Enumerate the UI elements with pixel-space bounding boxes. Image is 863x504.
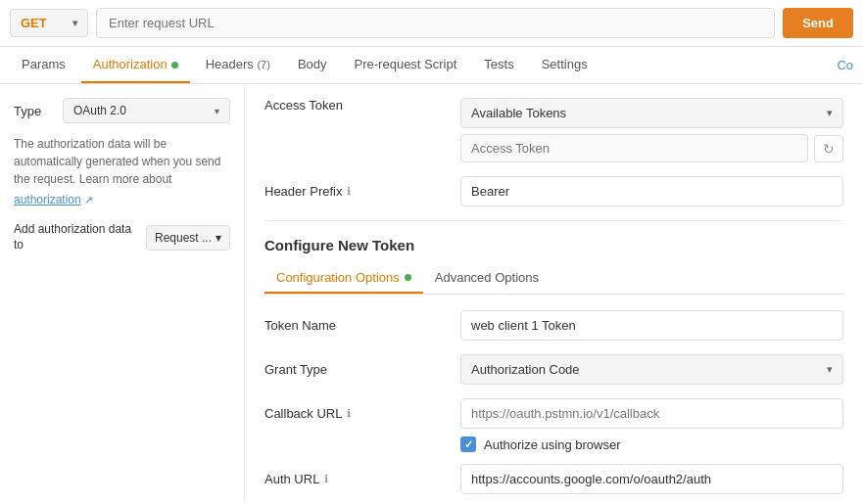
tab-more[interactable]: Co (837, 58, 853, 72)
method-dropdown[interactable]: GET ▾ (10, 9, 88, 37)
header-prefix-row: Header Prefix ℹ (264, 176, 843, 206)
sidebar: Type OAuth 2.0 ▾ The authorization data … (0, 84, 245, 502)
configure-title: Configure New Token (264, 237, 843, 253)
right-panel: Access Token Available Tokens ▾ ↻ Header… (245, 84, 863, 502)
header-prefix-label: Header Prefix ℹ (264, 184, 460, 199)
auth-url-label: Auth URL ℹ (264, 472, 460, 486)
oauth-chevron: ▾ (215, 106, 219, 116)
callback-url-control (460, 398, 843, 429)
grant-type-dropdown[interactable]: Authorization Code ▾ (460, 354, 843, 385)
token-name-row: Token Name (264, 310, 843, 341)
section-divider (264, 220, 843, 221)
tab-settings[interactable]: Settings (530, 47, 599, 83)
token-name-label: Token Name (264, 318, 460, 333)
url-input[interactable] (96, 8, 775, 38)
authorization-dot (171, 62, 178, 69)
request-chevron: ▾ (216, 231, 221, 245)
grant-type-chevron: ▾ (827, 363, 833, 376)
config-tab-options[interactable]: Configuration Options (264, 263, 423, 294)
grant-type-control: Authorization Code ▾ (460, 354, 843, 385)
header-prefix-control (460, 176, 843, 206)
token-name-input[interactable] (460, 310, 843, 341)
auth-url-row: Auth URL ℹ (264, 464, 843, 494)
access-token-control: Available Tokens ▾ ↻ (460, 98, 843, 162)
type-label: Type (14, 104, 53, 118)
callback-url-label: Callback URL ℹ (264, 406, 460, 421)
main-content: Type OAuth 2.0 ▾ The authorization data … (0, 84, 863, 502)
available-tokens-dropdown[interactable]: Available Tokens ▾ (460, 98, 843, 128)
add-to-dropdown[interactable]: Request ... ▾ (146, 225, 230, 251)
refresh-icon: ↻ (823, 141, 835, 157)
access-token-label: Access Token (264, 98, 460, 113)
authorize-browser-label: Authorize using browser (484, 437, 620, 452)
callback-url-input[interactable] (460, 398, 843, 429)
bearer-input[interactable] (460, 176, 843, 206)
callback-url-row: Callback URL ℹ ✓ Authorize using browser (264, 398, 843, 464)
config-tabs: Configuration Options Advanced Options (264, 263, 843, 295)
token-input-row: ↻ (460, 134, 843, 162)
top-bar: GET ▾ Send (0, 0, 863, 47)
tab-prerequest[interactable]: Pre-request Script (343, 47, 469, 83)
configure-section: Configure New Token Configuration Option… (264, 237, 843, 494)
auth-url-input[interactable] (460, 464, 843, 494)
grant-type-row: Grant Type Authorization Code ▾ (264, 354, 843, 385)
auth-description: The authorization data will be automatic… (14, 135, 230, 188)
access-token-row: Access Token Available Tokens ▾ ↻ (264, 98, 843, 162)
tabs-bar: Params Authorization Headers (7) Body Pr… (0, 47, 863, 84)
access-token-input[interactable] (460, 134, 808, 162)
authorize-browser-checkbox[interactable]: ✓ (460, 436, 476, 452)
request-label: Request ... (155, 231, 212, 245)
send-button[interactable]: Send (783, 8, 853, 38)
tab-tests[interactable]: Tests (472, 47, 525, 83)
headers-badge: (7) (257, 59, 269, 70)
grant-type-value: Authorization Code (471, 362, 580, 377)
grant-type-label: Grant Type (264, 362, 460, 377)
auth-url-info-icon[interactable]: ℹ (324, 473, 328, 485)
method-chevron: ▾ (72, 18, 77, 28)
oauth-dropdown[interactable]: OAuth 2.0 ▾ (63, 98, 230, 123)
add-auth-label: Add authorization data to (14, 222, 138, 252)
refresh-button[interactable]: ↻ (814, 135, 843, 162)
available-tokens-label: Available Tokens (471, 106, 566, 120)
tab-params[interactable]: Params (10, 47, 77, 83)
type-row: Type OAuth 2.0 ▾ (14, 98, 230, 123)
token-name-control (460, 310, 843, 341)
tab-body[interactable]: Body (286, 47, 339, 83)
tab-authorization[interactable]: Authorization (81, 47, 190, 83)
add-auth-row: Add authorization data to Request ... ▾ (14, 222, 230, 252)
header-prefix-info-icon[interactable]: ℹ (347, 185, 351, 198)
auth-url-control (460, 464, 843, 494)
config-options-dot (405, 274, 411, 281)
oauth-value: OAuth 2.0 (73, 104, 126, 117)
authorization-link[interactable]: authorization (14, 193, 81, 206)
tab-headers[interactable]: Headers (7) (194, 47, 282, 83)
callback-url-info-icon[interactable]: ℹ (347, 407, 351, 420)
link-arrow: ↗ (84, 194, 93, 206)
tokens-chevron: ▾ (827, 107, 833, 119)
authorize-browser-row: ✓ Authorize using browser (460, 436, 620, 452)
check-icon: ✓ (464, 438, 473, 451)
config-tab-advanced[interactable]: Advanced Options (423, 263, 551, 294)
method-label: GET (21, 16, 47, 30)
